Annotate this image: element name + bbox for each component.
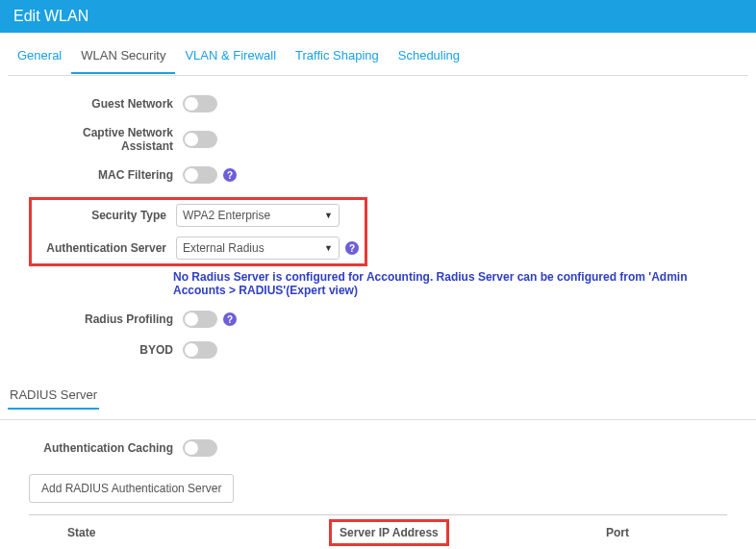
page-title: Edit WLAN	[13, 8, 88, 24]
radius-profiling-label: Radius Profiling	[29, 312, 183, 326]
col-ip-header: Server IP Address	[327, 515, 596, 550]
mac-filtering-toggle[interactable]	[183, 166, 217, 184]
captive-assistant-label: Captive Network Assistant	[29, 126, 183, 153]
tab-vlan-firewall[interactable]: VLAN & Firewall	[175, 42, 286, 74]
security-type-select[interactable]: WPA2 Enterprise ▼	[176, 204, 340, 227]
byod-toggle[interactable]	[183, 341, 217, 359]
auth-caching-label: Authentication Caching	[29, 441, 183, 455]
radius-warning: No Radius Server is configured for Accou…	[29, 266, 727, 311]
tab-general[interactable]: General	[8, 42, 71, 74]
auth-caching-toggle[interactable]	[183, 439, 217, 457]
auth-server-label: Authentication Server	[38, 241, 176, 255]
radius-section: Authentication Caching Add RADIUS Authen…	[0, 420, 756, 549]
page-header: Edit WLAN	[0, 0, 756, 33]
help-icon[interactable]: ?	[345, 241, 359, 255]
guest-network-toggle[interactable]	[183, 95, 217, 112]
auth-server-select[interactable]: External Radius ▼	[176, 237, 340, 260]
caret-down-icon: ▼	[324, 211, 333, 220]
security-type-value: WPA2 Enterprise	[183, 209, 270, 222]
tab-scheduling[interactable]: Scheduling	[389, 42, 469, 74]
subtab-row: RADIUS Server	[0, 382, 756, 410]
mac-filtering-label: MAC Filtering	[29, 168, 183, 182]
subtab-radius-server[interactable]: RADIUS Server	[8, 382, 99, 410]
guest-network-label: Guest Network	[29, 97, 183, 111]
form-area: Guest Network Captive Network Assistant …	[0, 76, 756, 382]
help-icon[interactable]: ?	[223, 168, 237, 182]
tab-traffic-shaping[interactable]: Traffic Shaping	[286, 42, 389, 74]
col-action	[29, 515, 58, 550]
security-highlight-box: Security Type WPA2 Enterprise ▼ Authenti…	[29, 197, 367, 266]
captive-assistant-toggle[interactable]	[183, 131, 217, 148]
main-tabs: General WLAN Security VLAN & Firewall Tr…	[0, 33, 756, 75]
ip-header-highlight: Server IP Address	[329, 519, 449, 546]
security-type-label: Security Type	[38, 209, 176, 222]
tab-wlan-security[interactable]: WLAN Security	[71, 42, 175, 74]
col-port-header: Port	[596, 515, 727, 550]
add-radius-server-button[interactable]: Add RADIUS Authentication Server	[29, 474, 234, 503]
col-state-header: State	[58, 515, 327, 550]
byod-label: BYOD	[29, 343, 183, 357]
radius-profiling-toggle[interactable]	[183, 311, 217, 328]
radius-server-table: State Server IP Address Port ✕ Enabled 3…	[29, 514, 727, 549]
auth-server-value: External Radius	[183, 241, 265, 255]
caret-down-icon: ▼	[324, 243, 333, 253]
help-icon[interactable]: ?	[223, 312, 237, 326]
